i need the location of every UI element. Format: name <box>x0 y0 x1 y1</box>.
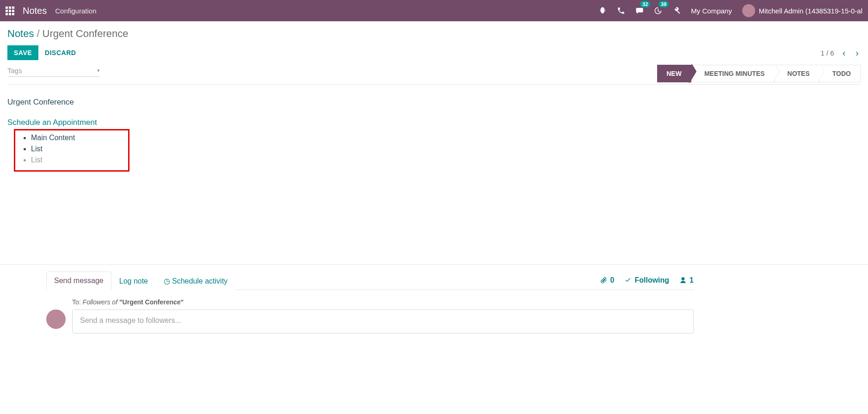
composer: To: Followers of "Urgent Conference" Sen… <box>46 290 694 334</box>
list-item[interactable]: List <box>31 154 125 166</box>
tab-schedule-label: Schedule activity <box>172 277 228 285</box>
nav-right: 32 38 My Company Mitchell Admin (1438531… <box>598 4 862 17</box>
clock-icon: ◷ <box>164 277 170 285</box>
stage-new[interactable]: NEW <box>657 65 691 82</box>
stage-todo[interactable]: TODO <box>819 65 861 82</box>
list-item[interactable]: Main Content <box>31 132 125 143</box>
chatter-right: 0 Following 1 <box>600 276 694 284</box>
attach-count: 0 <box>610 276 615 284</box>
avatar-icon <box>742 4 755 17</box>
top-navbar: Notes Configuration 32 38 My Company Mit… <box>0 0 868 21</box>
menu-configuration[interactable]: Configuration <box>55 7 96 15</box>
stage-notes[interactable]: NOTES <box>775 65 819 82</box>
to-subject: "Urgent Conference" <box>119 298 184 306</box>
breadcrumb-root[interactable]: Notes <box>7 28 34 40</box>
note-title[interactable]: Urgent Conference <box>7 98 861 107</box>
messages-icon[interactable]: 32 <box>635 6 644 15</box>
breadcrumb-current: Urgent Conference <box>43 28 129 40</box>
messages-badge: 32 <box>640 1 650 7</box>
to-label: To: <box>72 298 81 306</box>
tab-send-message[interactable]: Send message <box>46 272 111 290</box>
chevron-down-icon: ▾ <box>97 68 100 74</box>
debug-icon[interactable] <box>598 6 607 15</box>
app-brand[interactable]: Notes <box>23 6 47 16</box>
following-label: Following <box>634 276 669 284</box>
followers-count: 1 <box>689 276 694 284</box>
form-top-row: Tags ▾ NEW MEETING MINUTES NOTES TODO <box>7 65 861 85</box>
highlighted-list: Main Content List List <box>14 129 129 172</box>
to-followers: Followers of <box>83 298 119 306</box>
chatter-wrap: Send message Log note ◷Schedule activity… <box>0 264 868 334</box>
pager: 1 / 6 ‹ › <box>820 48 861 58</box>
phone-icon[interactable] <box>617 6 625 15</box>
apps-icon[interactable] <box>6 6 14 15</box>
company-switcher[interactable]: My Company <box>691 7 732 15</box>
attachments-button[interactable]: 0 <box>600 276 615 284</box>
tags-placeholder: Tags <box>7 67 22 74</box>
compose-row: Send a message to followers... <box>46 309 694 334</box>
activities-badge: 38 <box>659 1 669 7</box>
message-input[interactable]: Send a message to followers... <box>72 309 694 334</box>
chatter: Send message Log note ◷Schedule activity… <box>46 271 694 334</box>
pager-text[interactable]: 1 / 6 <box>820 49 834 57</box>
nav-left: Notes Configuration <box>6 6 96 16</box>
compose-avatar <box>46 309 66 329</box>
following-button[interactable]: Following <box>624 276 669 284</box>
control-bar: Notes / Urgent Conference SAVE DISCARD 1… <box>0 21 868 60</box>
user-menu[interactable]: Mitchell Admin (14385319-15-0-al <box>742 4 862 17</box>
tags-field[interactable]: Tags ▾ <box>7 65 100 77</box>
user-icon <box>679 277 687 284</box>
breadcrumb-sep: / <box>37 28 39 40</box>
save-button[interactable]: SAVE <box>7 45 38 60</box>
stage-meeting-minutes[interactable]: MEETING MINUTES <box>691 65 775 82</box>
tab-schedule-activity[interactable]: ◷Schedule activity <box>156 272 235 290</box>
pager-next[interactable]: › <box>854 48 861 58</box>
paperclip-icon <box>600 277 608 284</box>
schedule-appointment-link[interactable]: Schedule an Appointment <box>7 118 861 127</box>
tools-icon[interactable] <box>672 6 681 15</box>
followers-button[interactable]: 1 <box>679 276 694 284</box>
form-sheet: Tags ▾ NEW MEETING MINUTES NOTES TODO Ur… <box>0 60 868 172</box>
pager-prev[interactable]: ‹ <box>841 48 848 58</box>
tab-log-note[interactable]: Log note <box>111 272 156 290</box>
breadcrumb: Notes / Urgent Conference <box>7 28 861 40</box>
list-item[interactable]: List <box>31 143 125 154</box>
note-body[interactable]: Urgent Conference Schedule an Appointmen… <box>7 85 861 172</box>
check-icon <box>624 277 632 284</box>
discard-button[interactable]: DISCARD <box>38 45 82 60</box>
activities-icon[interactable]: 38 <box>654 6 662 15</box>
user-name: Mitchell Admin (14385319-15-0-al <box>759 7 862 15</box>
action-row: SAVE DISCARD 1 / 6 ‹ › <box>7 45 861 60</box>
statusbar: NEW MEETING MINUTES NOTES TODO <box>657 65 861 82</box>
chatter-tabs: Send message Log note ◷Schedule activity… <box>46 271 694 290</box>
to-line: To: Followers of "Urgent Conference" <box>72 298 694 306</box>
